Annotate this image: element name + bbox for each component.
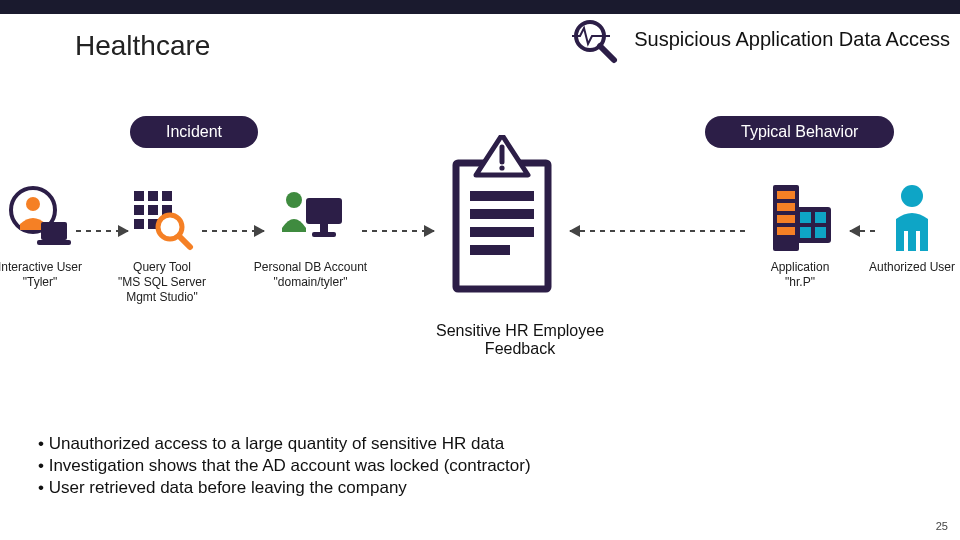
svg-rect-12: [134, 219, 144, 229]
svg-line-1: [600, 46, 614, 60]
node-label: "Tyler": [0, 275, 90, 290]
svg-rect-21: [456, 163, 548, 289]
svg-rect-23: [470, 209, 534, 219]
node-label: "domain/tyler": [238, 275, 383, 290]
node-label: "hr.P": [745, 275, 855, 290]
person-icon: [866, 180, 958, 258]
svg-point-27: [499, 165, 504, 170]
authorized-user-node: Authorized User: [866, 180, 958, 275]
svg-rect-10: [148, 205, 158, 215]
node-label: "MS SQL Server: [102, 275, 222, 290]
incident-pill: Incident: [130, 116, 258, 148]
svg-rect-35: [815, 212, 826, 223]
svg-rect-4: [41, 222, 67, 240]
svg-rect-22: [470, 191, 534, 201]
svg-rect-20: [312, 232, 336, 237]
list-item: User retrieved data before leaving the c…: [38, 478, 531, 498]
interactive-user-node: Interactive User "Tyler": [0, 180, 90, 290]
node-label: Authorized User: [866, 260, 958, 275]
svg-rect-29: [777, 191, 795, 199]
node-label: Query Tool: [102, 260, 222, 275]
node-label: Application: [745, 260, 855, 275]
grid-magnifier-icon: [102, 180, 222, 258]
svg-rect-9: [134, 205, 144, 215]
list-item: Unauthorized access to a large quantity …: [38, 434, 531, 454]
svg-rect-18: [306, 198, 342, 224]
svg-rect-19: [320, 224, 328, 232]
application-node: Application "hr.P": [745, 180, 855, 290]
svg-rect-25: [470, 245, 510, 255]
svg-point-38: [901, 185, 923, 207]
list-item: Investigation shows that the AD account …: [38, 456, 531, 476]
findings-list: Unauthorized access to a large quantity …: [38, 434, 531, 500]
query-tool-node: Query Tool "MS SQL Server Mgmt Studio": [102, 180, 222, 305]
svg-rect-34: [800, 212, 811, 223]
svg-point-3: [26, 197, 40, 211]
server-rack-icon: [745, 180, 855, 258]
page-title-right: Suspicious Application Data Access: [634, 28, 950, 51]
node-label: Sensitive HR Employee: [420, 322, 620, 340]
db-account-node: Personal DB Account "domain/tyler": [238, 180, 383, 290]
page-number: 25: [936, 520, 948, 532]
svg-rect-31: [777, 215, 795, 223]
page-title-left: Healthcare: [75, 30, 210, 62]
svg-rect-6: [134, 191, 144, 201]
user-laptop-icon: [0, 180, 90, 258]
warning-document-icon: [420, 145, 580, 295]
person-monitor-icon: [238, 180, 383, 258]
svg-rect-30: [777, 203, 795, 211]
diagram-row: Interactive User "Tyler" Query Tool "MS …: [0, 170, 960, 340]
svg-rect-36: [800, 227, 811, 238]
node-label: Interactive User: [0, 260, 90, 275]
node-label: Feedback: [420, 340, 620, 358]
svg-point-17: [286, 192, 302, 208]
svg-line-16: [179, 236, 190, 247]
node-label: Mgmt Studio": [102, 290, 222, 305]
typical-behavior-pill: Typical Behavior: [705, 116, 894, 148]
svg-rect-7: [148, 191, 158, 201]
document-node: [420, 145, 580, 297]
arrow-icon: [570, 230, 750, 232]
svg-rect-37: [815, 227, 826, 238]
svg-rect-32: [777, 227, 795, 235]
document-label: Sensitive HR Employee Feedback: [420, 322, 620, 358]
svg-rect-8: [162, 191, 172, 201]
svg-rect-5: [37, 240, 71, 245]
magnifier-pulse-icon: [570, 16, 620, 70]
node-label: Personal DB Account: [238, 260, 383, 275]
window-top-bar: [0, 0, 960, 14]
svg-rect-24: [470, 227, 534, 237]
